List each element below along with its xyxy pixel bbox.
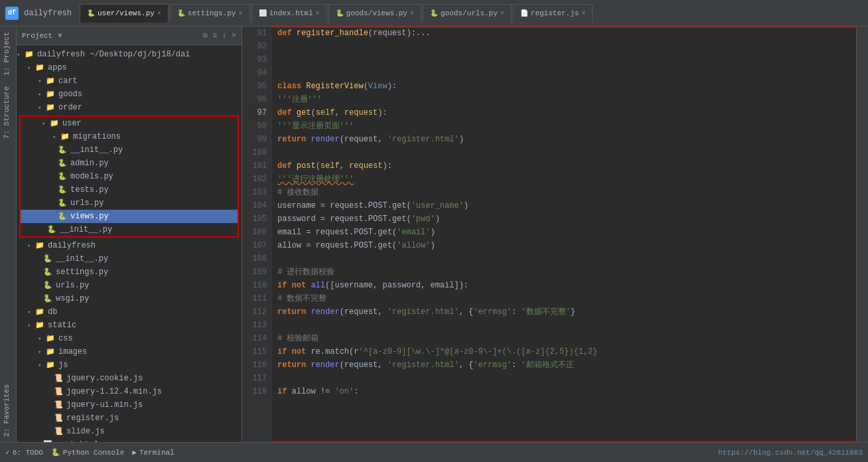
tree-item[interactable]: 🐍__init__.py — [17, 252, 242, 266]
tree-item-label: models.py — [70, 172, 113, 181]
tree-item-label: user — [62, 119, 82, 128]
tree-item[interactable]: ▾📁user — [21, 117, 238, 130]
py-icon: 🐍 — [58, 172, 68, 181]
tree-item[interactable]: ▾📁goods — [17, 88, 242, 101]
tree-item-label: static — [48, 321, 76, 330]
tree-arrow-icon: ▾ — [52, 133, 60, 141]
tree-item[interactable]: 🐍admin.py — [21, 157, 238, 170]
tree-item[interactable]: 🐍__init__.py — [21, 223, 238, 236]
tree-item[interactable]: ▾📁static — [17, 319, 242, 332]
tree-item[interactable]: 📜slide.js — [17, 425, 242, 438]
line-number: 113 — [242, 319, 272, 332]
tree-item[interactable]: 📜jquery-1.12.4.min.js — [17, 385, 242, 398]
tab-label-3: goods/views.py — [346, 9, 407, 17]
tree-item[interactable]: 🐍wsgi.py — [17, 292, 242, 305]
python-icon: 🐍 — [51, 448, 60, 457]
code-line — [277, 53, 851, 66]
code-line: def post(self, request): — [277, 159, 851, 173]
tree-item[interactable]: 📜register.js — [17, 412, 242, 425]
code-line: if allow != 'on': — [277, 385, 851, 398]
tree-item-label: admin.py — [70, 159, 109, 168]
tree-item[interactable]: ▾📁js — [17, 358, 242, 372]
tree-item[interactable]: 🐍__init__.py — [21, 143, 238, 157]
user-group-highlight: ▾📁user▾📁migrations🐍__init__.py🐍admin.py🐍… — [19, 116, 239, 238]
tab-close-5[interactable]: × — [581, 10, 585, 17]
tree-item[interactable]: 🐍models.py — [21, 170, 238, 183]
js-icon: 📜 — [54, 427, 64, 436]
tree-item[interactable]: 📜jquery.cookie.js — [17, 372, 242, 385]
tree-item[interactable]: ▾📁images — [17, 345, 242, 358]
tree-item-label: register.js — [66, 414, 119, 423]
tab-close-1[interactable]: × — [238, 10, 242, 17]
terminal-item[interactable]: ▶ Terminal — [132, 448, 174, 457]
code-area[interactable]: def register_handle(request):...class Re… — [272, 27, 856, 442]
structure-tab[interactable]: 7: Structure — [0, 81, 16, 144]
editor-tab-4[interactable]: 🐍goods/urls.py× — [423, 4, 512, 23]
folder-icon: 📁 — [25, 50, 35, 59]
line-number: 112 — [242, 305, 272, 319]
editor-tab-1[interactable]: 🐍settings.py× — [170, 4, 250, 23]
app-logo: df — [5, 7, 19, 20]
folder-icon: 📁 — [46, 360, 56, 370]
editor-tab-0[interactable]: 🐍user/views.py× — [80, 4, 169, 23]
html-icon: ⬜ — [43, 440, 54, 442]
tab-close-4[interactable]: × — [500, 10, 504, 17]
project-dropdown-icon[interactable]: ▼ — [58, 32, 62, 40]
tree-item[interactable]: ▾📁order — [17, 101, 242, 114]
tree-item[interactable]: 🐍settings.py — [17, 266, 242, 279]
line-number: 93 — [242, 53, 272, 66]
tree-item[interactable]: ▾📁dailyfresh — [17, 239, 242, 252]
editor-tab-5[interactable]: 📄register.js× — [513, 4, 593, 23]
editor-tab-bar: 🐍user/views.py×🐍settings.py×⬜index.html×… — [80, 4, 863, 23]
tree-item[interactable]: 🐍urls.py — [17, 279, 242, 292]
js-icon: 📜 — [54, 387, 64, 396]
tree-item[interactable]: ▾📁apps — [17, 61, 242, 74]
py-icon: 🐍 — [58, 198, 68, 208]
code-line — [277, 40, 851, 53]
line-number: 100 — [242, 146, 272, 159]
code-line: if not all([username, password, email]): — [277, 279, 851, 292]
code-line: password = request.POST.get('pwd') — [277, 212, 851, 226]
code-line: # 进行数据校验 — [277, 266, 851, 279]
editor-tab-3[interactable]: 🐍goods/views.py× — [328, 4, 421, 23]
py-tab-icon: 🐍 — [87, 9, 95, 17]
todo-label: 6: TODO — [13, 449, 43, 457]
folder-icon: 📁 — [46, 103, 56, 112]
tree-item[interactable]: 🐍tests.py — [21, 183, 238, 196]
line-number: 115 — [242, 345, 272, 358]
tree-arrow-icon: ▾ — [42, 120, 50, 127]
tree-item[interactable]: 🐍urls.py — [21, 196, 238, 210]
line-number: 106 — [242, 226, 272, 239]
code-line — [277, 372, 851, 385]
project-tab[interactable]: 1: Project — [0, 27, 16, 81]
tree-item[interactable]: ▾📁db — [17, 305, 242, 319]
editor-tab-2[interactable]: ⬜index.html× — [252, 4, 327, 23]
favorites-tab[interactable]: 2: Favorites — [0, 379, 16, 442]
py-icon: 🐍 — [58, 145, 68, 155]
line-number: 116 — [242, 358, 272, 372]
tab-close-2[interactable]: × — [316, 10, 320, 17]
tree-item[interactable]: ⬜cart.html — [17, 438, 242, 442]
tab-close-0[interactable]: × — [157, 10, 161, 17]
python-console-item[interactable]: 🐍 Python Console — [51, 448, 124, 457]
js-icon: 📜 — [54, 400, 64, 410]
code-line: '''注册''' — [277, 93, 851, 106]
tree-item[interactable]: ▾📁dailyfresh ~/Desktop/dj/bj18/dai — [17, 48, 242, 61]
todo-item[interactable]: ✓ 6: TODO — [5, 448, 43, 457]
tab-close-3[interactable]: × — [410, 10, 414, 17]
tree-item-label: wsgi.py — [56, 294, 89, 303]
tree-item[interactable]: ▾📁migrations — [21, 130, 238, 143]
tab-label-0: user/views.py — [98, 9, 155, 17]
folder-icon: 📁 — [35, 241, 46, 250]
tree-item[interactable]: ▾📁css — [17, 332, 242, 345]
tree-item[interactable]: ▾📁cart — [17, 74, 242, 88]
tree-item[interactable]: 🐍views.py — [21, 210, 238, 223]
tree-arrow-icon: ▾ — [38, 335, 46, 343]
folder-icon: 📁 — [46, 90, 56, 99]
tree-item-label: __init__.py — [56, 254, 108, 264]
tree-item-label: jquery-1.12.4.min.js — [66, 387, 162, 396]
tree-item[interactable]: 📜jquery-ui.min.js — [17, 398, 242, 412]
code-line: # 数据不完整 — [277, 292, 851, 305]
tree-item-label: apps — [48, 63, 67, 72]
py-icon: 🐍 — [58, 159, 68, 168]
